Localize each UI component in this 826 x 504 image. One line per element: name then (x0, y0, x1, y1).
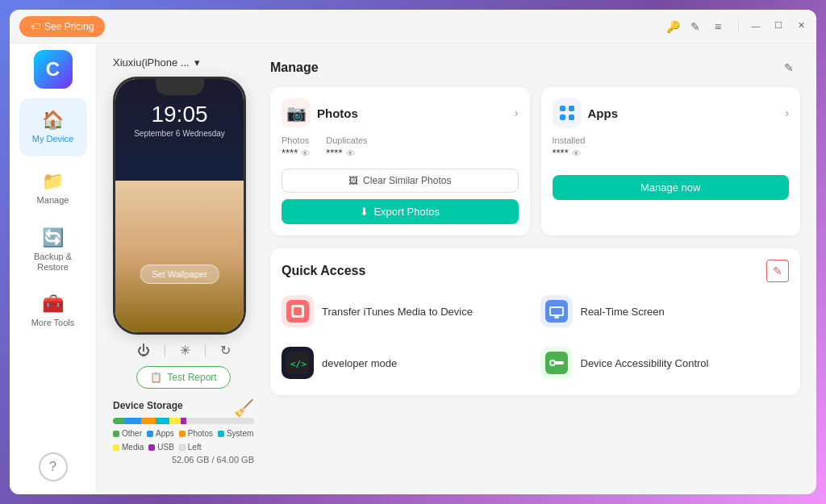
phone-notch (156, 79, 204, 95)
legend-dot-apps (147, 431, 153, 437)
svg-text:</>: </> (290, 359, 307, 369)
legend-dot-media (113, 444, 119, 451)
divider (738, 20, 739, 33)
eye-icon[interactable]: 👁 (301, 148, 310, 158)
legend-dot-other (113, 431, 119, 437)
developer-icon: </> (282, 347, 314, 379)
device-selector[interactable]: Xiuxiu(iPhone ... ▾ (113, 56, 254, 69)
export-photos-button[interactable]: ⬇ Export Photos (282, 199, 519, 224)
itunes-label: Transfer iTunes Media to Device (322, 306, 473, 318)
phone-controls: ⏻ ✳ ↻ (113, 343, 254, 358)
quick-item-itunes[interactable]: Transfer iTunes Media to Device (282, 290, 531, 332)
legend-left: Left (179, 443, 202, 452)
eye-icon-3[interactable]: 👁 (572, 148, 581, 158)
eye-icon-2[interactable]: 👁 (346, 148, 355, 158)
apps-card-header: Apps › (553, 98, 790, 127)
apps-icon (553, 98, 582, 127)
apps-stats: Installed **** 👁 (553, 135, 790, 159)
sidebar-label-more-tools: More Tools (31, 318, 75, 328)
key-icon[interactable]: 🔑 (665, 19, 680, 34)
broom-icon[interactable]: 🧹 (234, 398, 254, 418)
storage-bar (113, 418, 254, 424)
clear-similar-photos-button[interactable]: 🖼 Clear Similar Photos (282, 169, 519, 193)
photos-icon: 📷 (282, 98, 311, 127)
help-button[interactable]: ? (39, 452, 68, 481)
quick-access-grid: Transfer iTunes Media to Device (282, 290, 789, 384)
developer-label: developer mode (322, 357, 397, 369)
storage-legend: Other Apps Photos System (113, 429, 254, 452)
window-controls: — ☐ ✕ (738, 20, 807, 33)
svg-rect-9 (551, 308, 562, 314)
manage-now-button[interactable]: Manage now (553, 175, 790, 200)
see-pricing-button[interactable]: 🏷 See Pricing (19, 16, 105, 37)
sidebar-item-my-device[interactable]: 🏠 My Device (19, 98, 87, 156)
photos-stat-label: Photos (282, 135, 310, 145)
refresh-icon[interactable]: ↻ (220, 343, 231, 358)
phone-date: September 6 Wednesday (134, 129, 225, 138)
help-icon: ? (49, 460, 56, 474)
export-btn-label: Export Photos (373, 206, 440, 218)
quick-item-accessibility[interactable]: Device Accessibility Control (540, 342, 790, 384)
svg-point-16 (551, 361, 554, 364)
sidebar: C 🏠 My Device 📁 Manage 🔄 Backup &Restore… (10, 44, 97, 494)
title-bar: 🏷 See Pricing 🔑 ✎ ≡ — ☐ ✕ (10, 10, 816, 44)
installed-stat-label: Installed (553, 135, 586, 145)
report-icon: 📋 (150, 372, 162, 383)
divider (165, 344, 165, 357)
svg-rect-2 (560, 115, 565, 120)
duplicates-stat: Duplicates **** 👁 (326, 135, 367, 159)
storage-photos (141, 418, 156, 424)
installed-stat: Installed **** 👁 (553, 135, 586, 159)
duplicates-stat-value: **** 👁 (326, 147, 367, 159)
realtime-label: Real-Time Screen (581, 306, 665, 318)
tools-icon: 🧰 (42, 294, 64, 314)
menu-icon[interactable]: ≡ (711, 19, 725, 34)
close-button[interactable]: ✕ (795, 20, 807, 31)
set-wallpaper-button[interactable]: Set Wallpaper (140, 264, 219, 284)
phone-screen: 19:05 September 6 Wednesday Set Wallpape… (115, 79, 244, 332)
quick-access-section: Quick Access ✎ Tra (270, 248, 800, 395)
legend-dot-photos (179, 431, 186, 437)
photos-card: 📷 Photos › Photos **** � (270, 87, 530, 235)
quick-access-edit-icon[interactable]: ✎ (766, 260, 789, 282)
app-logo: C (34, 50, 73, 89)
sidebar-item-manage[interactable]: 📁 Manage (19, 160, 87, 218)
legend-media: Media (113, 443, 144, 452)
svg-rect-0 (560, 106, 565, 111)
photos-stats: Photos **** 👁 Duplicates **** (282, 135, 519, 159)
backup-icon: 🔄 (42, 227, 64, 248)
edit-icon[interactable]: ✎ (688, 19, 703, 34)
apps-title-row: Apps (553, 98, 619, 127)
manage-edit-icon[interactable]: ✎ (778, 56, 800, 79)
photos-stat-value: **** 👁 (282, 147, 310, 159)
title-icons: 🔑 ✎ ≡ (665, 19, 725, 34)
storage-title: Device Storage (113, 400, 183, 411)
maximize-button[interactable]: ☐ (773, 20, 784, 31)
minimize-button[interactable]: — (750, 20, 761, 31)
test-report-button[interactable]: 📋 Test Report (136, 366, 230, 389)
legend-dot-system (218, 431, 224, 437)
logo: C (34, 50, 73, 89)
power-icon[interactable]: ⏻ (137, 344, 150, 358)
photos-card-header: 📷 Photos › (282, 98, 519, 127)
realtime-icon (540, 295, 573, 327)
right-section: Manage ✎ 📷 Photos › (270, 56, 800, 481)
quick-item-realtime[interactable]: Real-Time Screen (540, 290, 790, 332)
accessibility-icon (540, 347, 573, 379)
sidebar-item-backup[interactable]: 🔄 Backup &Restore (19, 221, 87, 279)
photos-chevron-icon[interactable]: › (515, 106, 519, 119)
apps-chevron-icon[interactable]: › (785, 106, 789, 119)
svg-rect-3 (569, 115, 574, 120)
quick-item-developer[interactable]: </> developer mode (282, 342, 531, 384)
settings-icon[interactable]: ✳ (180, 343, 190, 358)
manage-section: Manage ✎ 📷 Photos › (270, 56, 800, 235)
legend-usb: USB (148, 443, 174, 452)
sidebar-label-backup: Backup &Restore (34, 252, 72, 273)
manage-cards: 📷 Photos › Photos **** � (270, 87, 800, 235)
sidebar-item-more-tools[interactable]: 🧰 More Tools (19, 282, 87, 340)
svg-rect-10 (554, 316, 559, 319)
manage-title: Manage (270, 60, 319, 75)
phone-section: Xiuxiu(iPhone ... ▾ 19:05 September 6 We… (113, 56, 254, 481)
device-chevron-icon: ▾ (194, 56, 200, 69)
legend-dot-left (179, 444, 186, 451)
